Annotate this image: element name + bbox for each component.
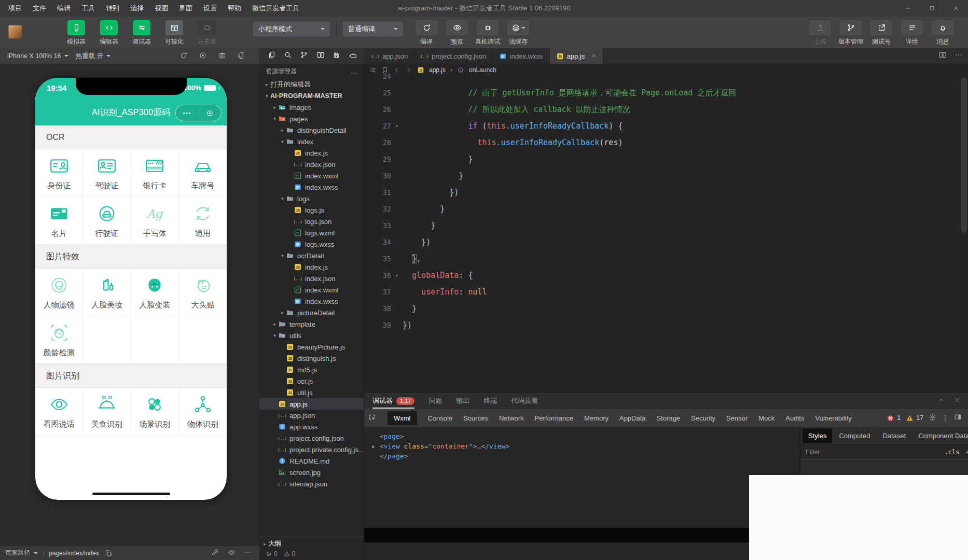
toolbar-button[interactable]: 预览 [444, 20, 470, 46]
more-options-button[interactable]: ⋮ [942, 414, 949, 422]
devtools-tab[interactable]: Network [499, 414, 524, 422]
menu-item[interactable]: 编辑 [57, 4, 71, 13]
camera-button[interactable] [218, 51, 226, 61]
close-panel-button[interactable] [954, 397, 961, 405]
toolbar-button[interactable]: 消息 [930, 20, 956, 46]
tree-item[interactable]: ▸pictureDetail [259, 307, 364, 318]
tree-item[interactable]: logs.wxss [259, 239, 364, 250]
devtools-tab[interactable]: Sources [463, 414, 488, 422]
search-button[interactable] [284, 51, 292, 61]
debugger-panel-tab[interactable]: 调试器1,17 [372, 393, 414, 409]
tree-item[interactable]: ▾utils [259, 330, 364, 341]
collapse-panel-button[interactable] [938, 397, 945, 405]
toolbar-button[interactable]: 测试号 [868, 20, 894, 46]
save-all-button[interactable] [333, 51, 341, 61]
menu-item[interactable]: 帮助 [228, 4, 241, 13]
refresh-button[interactable] [179, 51, 188, 61]
debugger-panel-tab[interactable]: 终端 [483, 393, 497, 409]
tree-item[interactable]: ▾logs [259, 193, 364, 204]
debugger-panel-tab[interactable]: 代码质量 [511, 393, 538, 409]
tree-item[interactable]: ▸images [259, 102, 364, 113]
tree-item[interactable]: JSapp.js [259, 398, 364, 410]
tree-item[interactable]: {..}project.private.config.js… [259, 444, 364, 455]
inspector-tab[interactable]: Styles [803, 428, 832, 443]
toolbar-button[interactable]: 编译 [413, 20, 439, 46]
tree-item[interactable]: README.md [259, 455, 364, 467]
grid-item[interactable]: 驾驶证 [83, 149, 131, 197]
grid-item[interactable]: 行驶证 [83, 197, 131, 245]
rotate-button[interactable] [237, 51, 245, 61]
tree-item[interactable]: JSmd5.js [259, 364, 364, 375]
grid-item[interactable]: 银行卡 [131, 149, 179, 197]
wxml-node[interactable]: </page> [371, 451, 800, 461]
files-button[interactable] [268, 51, 276, 61]
devtools-tab[interactable]: Mock [758, 414, 775, 422]
devtools-tab[interactable]: Wxml [388, 411, 417, 425]
menu-item[interactable]: 项目 [8, 4, 22, 13]
toolbar-button[interactable]: 详情 [899, 20, 925, 46]
devtools-tab[interactable]: Sensor [726, 414, 748, 422]
capsule-menu[interactable]: ••• [175, 105, 222, 121]
toolbar-button[interactable]: 可视化 [161, 20, 187, 46]
devtools-tab[interactable]: Security [691, 414, 715, 422]
menu-item[interactable]: 界面 [179, 4, 192, 13]
tree-item[interactable]: JSbeautyPicture.js [259, 341, 364, 353]
inspect-element-button[interactable] [368, 413, 377, 423]
tree-item[interactable]: JSocr.js [259, 375, 364, 387]
devtools-tab[interactable]: Console [428, 414, 453, 422]
devtools-tab[interactable]: Memory [584, 414, 609, 422]
hot-reload-toggle[interactable]: 热重载 开 [76, 52, 110, 61]
menu-item[interactable]: 视图 [155, 4, 168, 13]
copy-path-button[interactable] [104, 549, 113, 557]
tree-item[interactable]: {..}project.config.json [259, 432, 364, 444]
grid-item[interactable]: 大头贴 [179, 269, 227, 316]
tree-item[interactable]: ▸distinguishDetail [259, 124, 364, 136]
editor-scrollbar[interactable] [961, 77, 967, 233]
inspector-tab[interactable]: Computed [833, 428, 876, 443]
grid-item[interactable]: 人脸变装 [131, 269, 179, 316]
dock-side-button[interactable] [954, 413, 962, 423]
wxml-node[interactable]: ▸ <view class="container">…</view> [371, 441, 800, 451]
inspector-tab[interactable]: Dataset [877, 428, 911, 443]
grid-item[interactable]: 人物滤镜 [35, 269, 83, 316]
more-button[interactable] [955, 51, 963, 61]
tree-item[interactable]: ▾pages [259, 113, 364, 124]
devtools-tab[interactable]: Vulnerability [815, 414, 851, 422]
grid-item[interactable]: 美食识别 [83, 388, 131, 436]
tree-item[interactable]: ▾AI-PROGRAM-MASTER [259, 90, 364, 102]
debugger-panel-tab[interactable]: 问题 [428, 393, 442, 409]
devtools-tab[interactable]: Performance [535, 414, 573, 422]
code-area[interactable]: 2425// 由于 getUserInfo 是网络请求，可能会在 Page.on… [364, 76, 960, 392]
toolbar-button[interactable]: 云开发 [194, 20, 220, 46]
editor-tab[interactable]: {..}app.json [365, 48, 414, 64]
tree-item[interactable]: JSdistinguish.js [259, 353, 364, 364]
grid-item[interactable]: 场景识别 [131, 388, 179, 436]
minimize-button[interactable] [896, 0, 920, 17]
inspector-tab[interactable]: Component Data [912, 428, 968, 443]
devtools-tab[interactable]: AppData [619, 414, 646, 422]
menu-item[interactable]: 文件 [33, 4, 46, 13]
tree-item[interactable]: JSlogs.js [259, 204, 364, 216]
wxml-node[interactable]: <page> [371, 431, 800, 441]
tree-item[interactable]: ▾ocrDetail [259, 250, 364, 261]
more-icon[interactable]: … [351, 68, 357, 75]
more-button[interactable] [244, 549, 252, 558]
tree-item[interactable]: {..}logs.json [259, 216, 364, 227]
tree-item[interactable]: index.wxss [259, 296, 364, 307]
tree-item[interactable]: {..}app.json [259, 410, 364, 421]
toolbar-button[interactable]: 调试器 [129, 20, 155, 46]
compile-select[interactable]: 普通编译 [343, 22, 403, 36]
toolbar-button[interactable]: 模拟器 [63, 20, 89, 46]
tree-item[interactable]: {..}index.json [259, 159, 364, 170]
wrench-button[interactable] [211, 549, 219, 558]
filter-input[interactable]: Filter [806, 449, 820, 456]
exit-circle-icon[interactable] [206, 109, 214, 117]
toolbar-button[interactable]: 上传 [807, 20, 833, 46]
grid-item[interactable]: 颜龄检测 [35, 316, 83, 364]
tree-item[interactable]: ▸打开的编辑器 [259, 79, 364, 90]
menu-item[interactable]: 工具 [81, 4, 95, 13]
split-button[interactable] [316, 51, 325, 61]
tree-item[interactable]: JSindex.js [259, 147, 364, 159]
close-tab-button[interactable] [591, 52, 597, 60]
grid-item[interactable]: 物体识别 [179, 388, 227, 436]
